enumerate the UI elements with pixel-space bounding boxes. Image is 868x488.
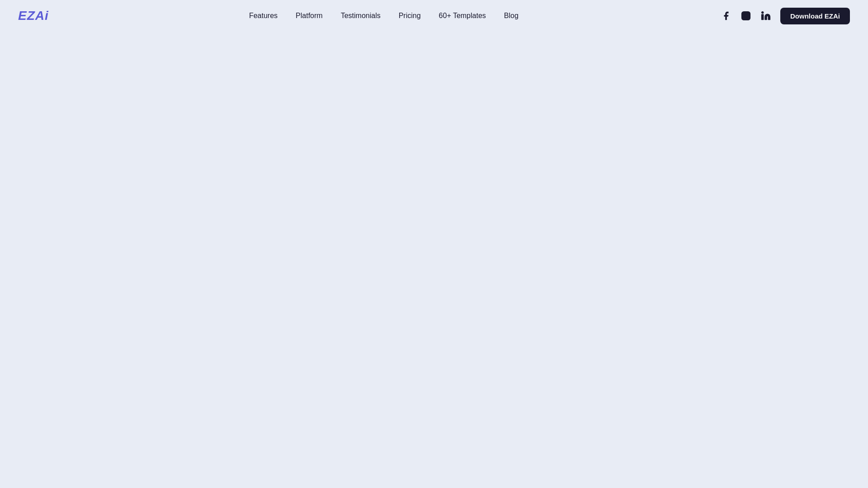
instagram-icon[interactable] (739, 9, 753, 23)
main-nav: Features Platform Testimonials Pricing 6… (249, 12, 519, 20)
download-button[interactable]: Download EZAi (780, 8, 850, 24)
svg-point-3 (762, 12, 764, 14)
nav-pricing[interactable]: Pricing (399, 12, 421, 20)
logo[interactable]: EZAi (18, 9, 49, 23)
nav-testimonials[interactable]: Testimonials (341, 12, 381, 20)
nav-blog[interactable]: Blog (504, 12, 519, 20)
social-links (719, 9, 773, 23)
header-right: Download EZAi (719, 8, 850, 24)
linkedin-icon[interactable] (759, 9, 773, 23)
nav-features[interactable]: Features (249, 12, 278, 20)
navbar: EZAi Features Platform Testimonials Pric… (0, 0, 868, 32)
svg-rect-2 (762, 14, 764, 19)
main-content (0, 32, 868, 488)
nav-platform[interactable]: Platform (296, 12, 323, 20)
nav-templates[interactable]: 60+ Templates (439, 12, 486, 20)
facebook-icon[interactable] (719, 9, 733, 23)
